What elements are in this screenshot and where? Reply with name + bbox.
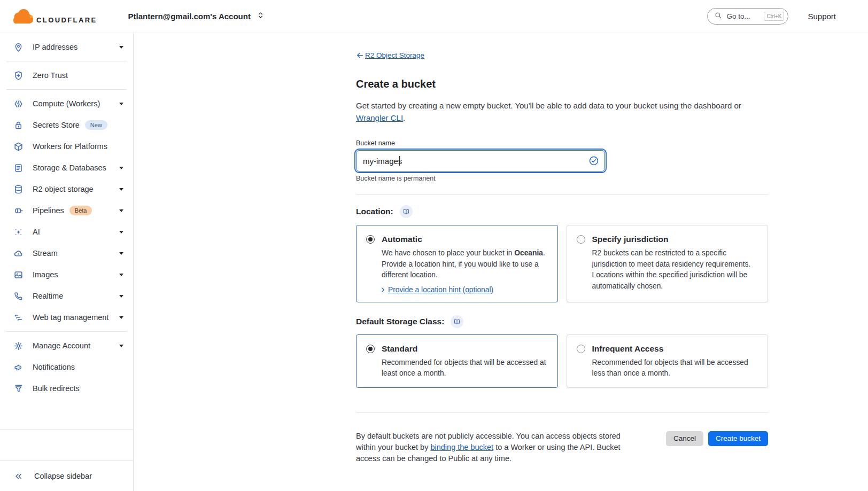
docs-book-icon[interactable] bbox=[451, 315, 463, 328]
divider bbox=[6, 89, 127, 90]
global-search[interactable]: Go to... Ctrl+K bbox=[707, 8, 788, 25]
chevron-down-icon bbox=[119, 274, 123, 276]
lock-icon bbox=[13, 120, 24, 130]
location-hint-link[interactable]: Provide a location hint (optional) bbox=[388, 286, 493, 294]
bucket-name-input[interactable] bbox=[356, 150, 605, 172]
sidebar: IP addresses Zero Trust Compute (Workers… bbox=[0, 33, 134, 491]
sidebar-item-stream[interactable]: Stream bbox=[0, 243, 133, 264]
chevron-down-icon bbox=[119, 46, 123, 49]
chevron-down-icon bbox=[119, 103, 123, 105]
sidebar-item-web-tag-management[interactable]: Web tag management bbox=[0, 307, 133, 328]
sidebar-item-manage-account[interactable]: Manage Account bbox=[0, 335, 133, 356]
storage-class-section-label: Default Storage Class: bbox=[356, 317, 444, 326]
wrangler-cli-link[interactable]: Wrangler CLI bbox=[356, 113, 403, 122]
automatic-description: We have chosen to place your bucket in O… bbox=[382, 248, 548, 281]
cancel-button[interactable]: Cancel bbox=[666, 431, 703, 446]
sidebar-item-storage-databases[interactable]: Storage & Databases bbox=[0, 157, 133, 178]
new-badge: New bbox=[85, 120, 107, 130]
infrequent-description: Recommended for objects that will be acc… bbox=[592, 357, 758, 379]
shield-icon bbox=[13, 70, 24, 81]
main-content: R2 Object Storage Create a bucket Get st… bbox=[134, 33, 868, 491]
r2-cylinder-icon bbox=[13, 184, 24, 194]
package-icon bbox=[13, 141, 24, 152]
cloudflare-wordmark: CLOUDFLARE bbox=[36, 16, 97, 26]
top-header: CLOUDFLARE Ptlantern@gmail.com's Account… bbox=[0, 0, 868, 33]
cloudflare-logo[interactable]: CLOUDFLARE bbox=[11, 7, 97, 26]
search-placeholder: Go to... bbox=[726, 12, 759, 20]
cloudflare-cloud-icon bbox=[11, 7, 35, 26]
docs-book-icon[interactable] bbox=[400, 205, 413, 218]
sidebar-item-zero-trust[interactable]: Zero Trust bbox=[0, 65, 133, 86]
pipeline-icon bbox=[13, 205, 24, 216]
radio-button-standard[interactable] bbox=[366, 345, 375, 353]
images-icon bbox=[13, 269, 24, 280]
bucket-name-label: Bucket name bbox=[356, 139, 768, 147]
divider bbox=[6, 61, 127, 61]
chevron-down-icon bbox=[119, 345, 123, 347]
radio-button-infrequent[interactable] bbox=[577, 345, 585, 353]
support-link[interactable]: Support bbox=[808, 12, 836, 21]
radio-button-jurisdiction[interactable] bbox=[577, 235, 585, 244]
sidebar-item-ai[interactable]: AI bbox=[0, 221, 133, 243]
location-section-label: Location: bbox=[356, 207, 393, 216]
location-option-specify-jurisdiction[interactable]: Specify jurisdiction R2 buckets can be r… bbox=[567, 225, 769, 302]
divider bbox=[6, 331, 127, 332]
chevron-down-icon bbox=[119, 231, 123, 233]
chevron-down-icon bbox=[119, 188, 123, 191]
phone-icon bbox=[13, 291, 24, 301]
ai-sparkle-icon bbox=[13, 227, 24, 237]
left-arrow-icon bbox=[356, 51, 364, 59]
collapse-sidebar-button[interactable]: Collapse sidebar bbox=[0, 461, 133, 491]
funnel-icon bbox=[13, 383, 24, 394]
sidebar-item-secrets-store[interactable]: Secrets Store New bbox=[0, 114, 133, 136]
sidebar-item-pipelines[interactable]: Pipelines Beta bbox=[0, 200, 133, 221]
sidebar-item-r2-object-storage[interactable]: R2 object storage bbox=[0, 178, 133, 200]
chevron-down-icon bbox=[119, 252, 123, 255]
radio-button-automatic[interactable] bbox=[366, 235, 375, 244]
storage-class-option-infrequent-access[interactable]: Infrequent Access Recommended for object… bbox=[567, 334, 769, 388]
account-name: Ptlantern@gmail.com's Account bbox=[128, 12, 251, 21]
workers-icon bbox=[13, 98, 24, 109]
database-icon bbox=[13, 162, 24, 173]
standard-description: Recommended for objects that will be acc… bbox=[382, 357, 548, 379]
sidebar-item-realtime[interactable]: Realtime bbox=[0, 285, 133, 307]
sidebar-item-workers-for-platforms[interactable]: Workers for Platforms bbox=[0, 136, 133, 157]
sidebar-item-bulk-redirects[interactable]: Bulk redirects bbox=[0, 378, 133, 399]
sidebar-item-ip-addresses[interactable]: IP addresses bbox=[0, 36, 133, 58]
account-switcher[interactable]: Ptlantern@gmail.com's Account bbox=[128, 11, 265, 22]
back-link-r2-object-storage[interactable]: R2 Object Storage bbox=[356, 51, 424, 59]
chevron-down-icon bbox=[119, 209, 123, 212]
divider bbox=[356, 412, 768, 413]
chevron-down-icon bbox=[119, 295, 123, 298]
create-bucket-button[interactable]: Create bucket bbox=[708, 431, 768, 446]
sidebar-spacer bbox=[0, 430, 133, 461]
gear-icon bbox=[13, 340, 24, 351]
double-chevron-left-icon bbox=[13, 471, 24, 481]
text-cursor bbox=[399, 156, 400, 166]
sidebar-item-images[interactable]: Images bbox=[0, 264, 133, 285]
jurisdiction-description: R2 buckets can be restricted to a specif… bbox=[592, 248, 758, 292]
access-note: By default buckets are not publicly acce… bbox=[356, 431, 631, 464]
location-option-automatic[interactable]: Automatic We have chosen to place your b… bbox=[356, 225, 558, 302]
stream-cloud-icon bbox=[13, 248, 24, 259]
location-pin-icon bbox=[13, 42, 24, 52]
chevron-down-icon bbox=[119, 316, 123, 319]
intro-text: Get started by creating a new empty buck… bbox=[356, 99, 768, 124]
search-shortcut-badge: Ctrl+K bbox=[764, 12, 784, 21]
page-title: Create a bucket bbox=[356, 78, 768, 90]
valid-check-icon bbox=[588, 155, 599, 166]
chevron-down-icon bbox=[119, 167, 123, 169]
binding-the-bucket-link[interactable]: binding the bucket bbox=[430, 443, 493, 451]
bucket-name-hint: Bucket name is permanent bbox=[356, 175, 768, 182]
sidebar-item-compute-workers[interactable]: Compute (Workers) bbox=[0, 93, 133, 114]
search-icon bbox=[714, 11, 722, 21]
storage-class-option-standard[interactable]: Standard Recommended for objects that wi… bbox=[356, 334, 558, 388]
megaphone-icon bbox=[13, 362, 24, 372]
sort-chevrons-icon bbox=[256, 11, 265, 22]
divider bbox=[356, 194, 768, 195]
beta-badge: Beta bbox=[69, 206, 92, 215]
sidebar-item-notifications[interactable]: Notifications bbox=[0, 356, 133, 378]
chevron-right-icon bbox=[379, 286, 386, 293]
tag-bars-icon bbox=[13, 312, 24, 323]
